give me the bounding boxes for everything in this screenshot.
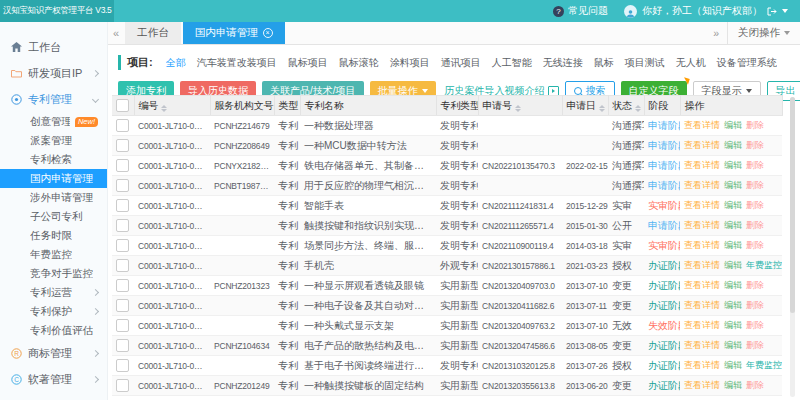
project-option-10[interactable]: 无人机 <box>676 56 706 70</box>
view-link[interactable]: 查看详情 <box>684 220 720 230</box>
edit-link[interactable]: 编辑 <box>724 320 742 330</box>
view-link[interactable]: 查看详情 <box>684 200 720 210</box>
del-link[interactable]: 删除 <box>746 180 764 190</box>
project-option-9[interactable]: 项目测试 <box>625 56 665 70</box>
sidebar-subitem-2-8[interactable]: 竞争对手监控 <box>0 264 107 283</box>
sidebar-item-1[interactable]: 研发项目IP <box>0 60 107 86</box>
row-checkbox[interactable] <box>116 299 129 312</box>
project-option-11[interactable]: 设备管理系统 <box>717 56 777 70</box>
project-option-3[interactable]: 鼠标滚轮 <box>339 56 379 70</box>
sidebar-subitem-2-3[interactable]: 国内申请管理 <box>0 169 107 188</box>
del-link[interactable]: 删除 <box>746 140 764 150</box>
row-checkbox[interactable] <box>116 199 129 212</box>
view-link[interactable]: 查看详情 <box>684 280 720 290</box>
project-option-6[interactable]: 人工智能 <box>492 56 532 70</box>
project-option-4[interactable]: 涂料项目 <box>390 56 430 70</box>
row-checkbox[interactable] <box>116 139 129 152</box>
sidebar-subitem-2-1[interactable]: 派案管理 <box>0 131 107 150</box>
del-link[interactable]: 删除 <box>746 200 764 210</box>
view-link[interactable]: 查看详情 <box>684 340 720 350</box>
table-scrollbar[interactable] <box>790 97 795 397</box>
del-link[interactable]: 删除 <box>746 300 764 310</box>
sidebar-subitem-2-0[interactable]: 创意管理New! <box>0 112 107 131</box>
del-link[interactable]: 删除 <box>746 120 764 130</box>
sidebar-subitem-2-9[interactable]: 专利运营 <box>0 283 107 302</box>
sidebar-item-4[interactable]: C软著管理 <box>0 366 107 392</box>
row-checkbox[interactable] <box>116 279 129 292</box>
view-link[interactable]: 查看详情 <box>684 320 720 330</box>
tab-1[interactable]: 国内申请管理× <box>183 22 285 44</box>
user-menu[interactable]: 你好，孙工（知识产权部） <box>624 4 788 18</box>
sidebar-subitem-2-5[interactable]: 子公司专利 <box>0 207 107 226</box>
project-option-0[interactable]: 全部 <box>166 56 186 70</box>
select-all-checkbox[interactable] <box>116 99 129 112</box>
view-link[interactable]: 查看详情 <box>684 140 720 150</box>
sidebar-subitem-2-7[interactable]: 年费监控 <box>0 245 107 264</box>
row-checkbox[interactable] <box>116 339 129 352</box>
del-link[interactable]: 删除 <box>746 340 764 350</box>
row-checkbox[interactable] <box>116 119 129 132</box>
view-link[interactable]: 查看详情 <box>684 380 720 390</box>
sidebar-subitem-2-4[interactable]: 涉外申请管理 <box>0 188 107 207</box>
project-option-1[interactable]: 汽车装置改装项目 <box>197 56 277 70</box>
edit-link[interactable]: 编辑 <box>724 300 742 310</box>
sidebar-subitem-2-6[interactable]: 任务时限 <box>0 226 107 245</box>
row-checkbox[interactable] <box>116 319 129 332</box>
row-checkbox[interactable] <box>116 259 129 272</box>
chevron-down-icon[interactable] <box>782 9 788 13</box>
project-option-5[interactable]: 通讯项目 <box>441 56 481 70</box>
tab-0[interactable]: 工作台 <box>125 22 181 44</box>
sidebar-subitem-2-2[interactable]: 专利检索 <box>0 150 107 169</box>
sidebar-item-3[interactable]: R商标管理 <box>0 340 107 366</box>
scrollbar-thumb[interactable] <box>790 97 795 313</box>
edit-link[interactable]: 编辑 <box>724 260 742 270</box>
sidebar-item-5[interactable]: 贯标管理 <box>0 392 107 400</box>
sort-icon[interactable] <box>515 105 521 112</box>
edit-link[interactable]: 编辑 <box>724 360 742 370</box>
row-checkbox[interactable] <box>116 159 129 172</box>
logout-icon[interactable] <box>767 7 777 16</box>
row-checkbox[interactable] <box>116 219 129 232</box>
sort-icon[interactable] <box>635 105 641 112</box>
sidebar-item-2[interactable]: 专利管理 <box>0 86 107 112</box>
sort-icon[interactable] <box>599 105 605 112</box>
del-link[interactable]: 删除 <box>746 160 764 170</box>
view-link[interactable]: 查看详情 <box>684 260 720 270</box>
edit-link[interactable]: 编辑 <box>724 220 742 230</box>
collapse-tabs-icon[interactable]: « <box>108 27 125 39</box>
edit-link[interactable]: 编辑 <box>724 120 742 130</box>
view-link[interactable]: 查看详情 <box>684 180 720 190</box>
scroll-tabs-icon[interactable]: » <box>705 27 727 39</box>
fee-link[interactable]: 年费监控 <box>746 360 782 370</box>
sidebar-subitem-2-10[interactable]: 专利保护 <box>0 302 107 321</box>
row-checkbox[interactable] <box>116 359 129 372</box>
sidebar-subitem-2-11[interactable]: 专利价值评估 <box>0 321 107 340</box>
edit-link[interactable]: 编辑 <box>724 380 742 390</box>
edit-link[interactable]: 编辑 <box>724 160 742 170</box>
sort-icon[interactable] <box>161 105 167 112</box>
edit-link[interactable]: 编辑 <box>724 280 742 290</box>
row-checkbox[interactable] <box>116 239 129 252</box>
del-link[interactable]: 删除 <box>746 320 764 330</box>
edit-link[interactable]: 编辑 <box>724 140 742 150</box>
edit-link[interactable]: 编辑 <box>724 240 742 250</box>
project-option-8[interactable]: 鼠标 <box>594 56 614 70</box>
close-icon[interactable]: × <box>263 28 273 38</box>
del-link[interactable]: 删除 <box>746 220 764 230</box>
view-link[interactable]: 查看详情 <box>684 160 720 170</box>
project-option-7[interactable]: 无线连接 <box>543 56 583 70</box>
del-link[interactable]: 删除 <box>746 280 764 290</box>
del-link[interactable]: 删除 <box>746 240 764 250</box>
row-checkbox[interactable] <box>116 179 129 192</box>
sidebar-item-0[interactable]: 工作台 <box>0 34 107 60</box>
del-link[interactable]: 删除 <box>746 380 764 390</box>
fee-link[interactable]: 年费监控 <box>746 260 782 270</box>
project-option-2[interactable]: 鼠标项目 <box>288 56 328 70</box>
edit-link[interactable]: 编辑 <box>724 340 742 350</box>
view-link[interactable]: 查看详情 <box>684 120 720 130</box>
row-checkbox[interactable] <box>116 379 129 392</box>
view-link[interactable]: 查看详情 <box>684 300 720 310</box>
tab-actions-dropdown[interactable]: 关闭操作 <box>727 22 800 44</box>
faq-link[interactable]: ? 常见问题 <box>553 4 608 18</box>
view-link[interactable]: 查看详情 <box>684 360 720 370</box>
